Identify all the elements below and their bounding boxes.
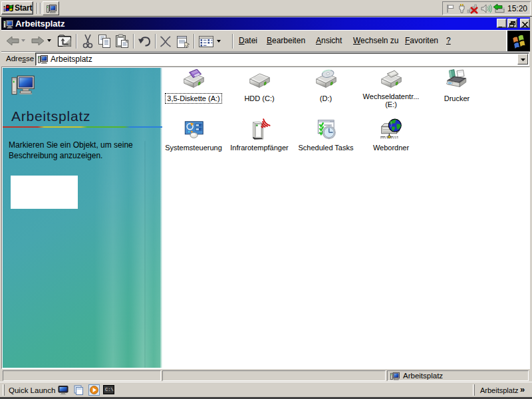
svg-text:C:\: C:\ xyxy=(105,387,114,392)
